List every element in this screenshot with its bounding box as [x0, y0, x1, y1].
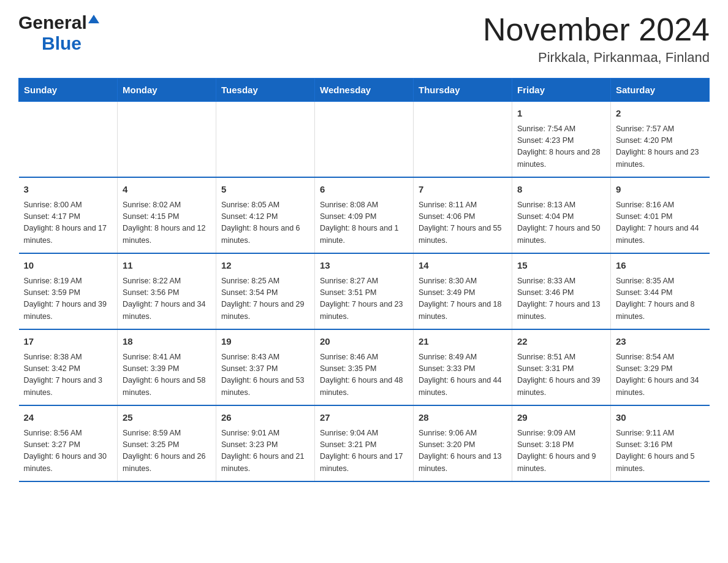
day-info: Sunrise: 8:54 AM Sunset: 3:29 PM Dayligh…: [616, 351, 705, 399]
day-info: Sunrise: 8:49 AM Sunset: 3:33 PM Dayligh…: [419, 351, 507, 399]
day-info: Sunrise: 7:57 AM Sunset: 4:20 PM Dayligh…: [616, 123, 705, 171]
day-info: Sunrise: 8:05 AM Sunset: 4:12 PM Dayligh…: [221, 199, 309, 247]
day-info: Sunrise: 8:43 AM Sunset: 3:37 PM Dayligh…: [221, 351, 309, 399]
day-info: Sunrise: 8:33 AM Sunset: 3:46 PM Dayligh…: [517, 275, 605, 323]
day-info: Sunrise: 8:41 AM Sunset: 3:39 PM Dayligh…: [123, 351, 211, 399]
day-info: Sunrise: 9:09 AM Sunset: 3:18 PM Dayligh…: [517, 427, 605, 475]
logo-general-text: General: [18, 12, 87, 33]
calendar-day-cell: [19, 102, 118, 178]
day-info: Sunrise: 8:08 AM Sunset: 4:09 PM Dayligh…: [320, 199, 408, 247]
calendar-day-cell: 27Sunrise: 9:04 AM Sunset: 3:21 PM Dayli…: [315, 405, 414, 481]
day-number: 26: [221, 411, 309, 425]
calendar-day-cell: 22Sunrise: 8:51 AM Sunset: 3:31 PM Dayli…: [512, 329, 611, 405]
calendar-day-cell: [315, 102, 414, 178]
day-number: 19: [221, 335, 309, 349]
calendar-day-cell: 5Sunrise: 8:05 AM Sunset: 4:12 PM Daylig…: [216, 177, 315, 253]
day-number: 2: [616, 107, 705, 121]
day-info: Sunrise: 8:25 AM Sunset: 3:54 PM Dayligh…: [221, 275, 309, 323]
location-subtitle: Pirkkala, Pirkanmaa, Finland: [483, 50, 710, 66]
day-info: Sunrise: 8:30 AM Sunset: 3:49 PM Dayligh…: [419, 275, 507, 323]
day-info: Sunrise: 8:22 AM Sunset: 3:56 PM Dayligh…: [123, 275, 211, 323]
month-year-title: November 2024: [483, 12, 710, 47]
day-number: 1: [517, 107, 605, 121]
calendar-table: SundayMondayTuesdayWednesdayThursdayFrid…: [18, 78, 710, 482]
calendar-week-row: 3Sunrise: 8:00 AM Sunset: 4:17 PM Daylig…: [19, 177, 710, 253]
day-info: Sunrise: 8:02 AM Sunset: 4:15 PM Dayligh…: [123, 199, 211, 247]
calendar-day-cell: 24Sunrise: 8:56 AM Sunset: 3:27 PM Dayli…: [19, 405, 118, 481]
day-number: 3: [24, 183, 113, 197]
day-number: 5: [221, 183, 309, 197]
day-number: 9: [616, 183, 705, 197]
calendar-week-row: 10Sunrise: 8:19 AM Sunset: 3:59 PM Dayli…: [19, 253, 710, 329]
calendar-day-cell: 19Sunrise: 8:43 AM Sunset: 3:37 PM Dayli…: [216, 329, 315, 405]
calendar-day-cell: 23Sunrise: 8:54 AM Sunset: 3:29 PM Dayli…: [611, 329, 710, 405]
day-info: Sunrise: 8:13 AM Sunset: 4:04 PM Dayligh…: [517, 199, 605, 247]
day-info: Sunrise: 7:54 AM Sunset: 4:23 PM Dayligh…: [517, 123, 605, 171]
day-info: Sunrise: 8:27 AM Sunset: 3:51 PM Dayligh…: [320, 275, 408, 323]
day-info: Sunrise: 8:59 AM Sunset: 3:25 PM Dayligh…: [123, 427, 211, 475]
day-info: Sunrise: 8:00 AM Sunset: 4:17 PM Dayligh…: [24, 199, 113, 247]
weekday-header-saturday: Saturday: [611, 79, 710, 102]
day-number: 13: [320, 259, 408, 273]
day-number: 6: [320, 183, 408, 197]
day-number: 30: [616, 411, 705, 425]
calendar-day-cell: 8Sunrise: 8:13 AM Sunset: 4:04 PM Daylig…: [512, 177, 611, 253]
day-info: Sunrise: 8:38 AM Sunset: 3:42 PM Dayligh…: [24, 351, 113, 399]
day-info: Sunrise: 9:11 AM Sunset: 3:16 PM Dayligh…: [616, 427, 705, 475]
calendar-day-cell: 16Sunrise: 8:35 AM Sunset: 3:44 PM Dayli…: [611, 253, 710, 329]
weekday-header-sunday: Sunday: [19, 79, 118, 102]
calendar-day-cell: 1Sunrise: 7:54 AM Sunset: 4:23 PM Daylig…: [512, 102, 611, 178]
page-header: General Blue November 2024 Pirkkala, Pir…: [18, 12, 710, 66]
day-number: 4: [123, 183, 211, 197]
calendar-day-cell: 26Sunrise: 9:01 AM Sunset: 3:23 PM Dayli…: [216, 405, 315, 481]
day-info: Sunrise: 8:51 AM Sunset: 3:31 PM Dayligh…: [517, 351, 605, 399]
day-number: 8: [517, 183, 605, 197]
calendar-day-cell: 6Sunrise: 8:08 AM Sunset: 4:09 PM Daylig…: [315, 177, 414, 253]
day-number: 22: [517, 335, 605, 349]
day-number: 18: [123, 335, 211, 349]
calendar-day-cell: 9Sunrise: 8:16 AM Sunset: 4:01 PM Daylig…: [611, 177, 710, 253]
day-number: 23: [616, 335, 705, 349]
calendar-day-cell: 14Sunrise: 8:30 AM Sunset: 3:49 PM Dayli…: [414, 253, 512, 329]
calendar-day-cell: 17Sunrise: 8:38 AM Sunset: 3:42 PM Dayli…: [19, 329, 118, 405]
calendar-day-cell: 13Sunrise: 8:27 AM Sunset: 3:51 PM Dayli…: [315, 253, 414, 329]
day-number: 25: [123, 411, 211, 425]
calendar-day-cell: 2Sunrise: 7:57 AM Sunset: 4:20 PM Daylig…: [611, 102, 710, 178]
calendar-day-cell: 10Sunrise: 8:19 AM Sunset: 3:59 PM Dayli…: [19, 253, 118, 329]
day-info: Sunrise: 8:35 AM Sunset: 3:44 PM Dayligh…: [616, 275, 705, 323]
day-info: Sunrise: 8:16 AM Sunset: 4:01 PM Dayligh…: [616, 199, 705, 247]
calendar-day-cell: 3Sunrise: 8:00 AM Sunset: 4:17 PM Daylig…: [19, 177, 118, 253]
weekday-header-thursday: Thursday: [414, 79, 512, 102]
logo-blue-text: Blue: [42, 33, 82, 53]
calendar-day-cell: 30Sunrise: 9:11 AM Sunset: 3:16 PM Dayli…: [611, 405, 710, 481]
weekday-header-wednesday: Wednesday: [315, 79, 414, 102]
calendar-day-cell: 20Sunrise: 8:46 AM Sunset: 3:35 PM Dayli…: [315, 329, 414, 405]
calendar-day-cell: 4Sunrise: 8:02 AM Sunset: 4:15 PM Daylig…: [118, 177, 216, 253]
day-number: 20: [320, 335, 408, 349]
calendar-day-cell: 12Sunrise: 8:25 AM Sunset: 3:54 PM Dayli…: [216, 253, 315, 329]
logo-triangle-icon: [88, 15, 99, 23]
day-number: 16: [616, 259, 705, 273]
title-section: November 2024 Pirkkala, Pirkanmaa, Finla…: [483, 12, 710, 66]
day-number: 12: [221, 259, 309, 273]
logo: General Blue: [18, 12, 100, 54]
calendar-day-cell: [216, 102, 315, 178]
day-info: Sunrise: 9:06 AM Sunset: 3:20 PM Dayligh…: [419, 427, 507, 475]
day-number: 24: [24, 411, 113, 425]
weekday-header-tuesday: Tuesday: [216, 79, 315, 102]
day-number: 10: [24, 259, 113, 273]
day-number: 28: [419, 411, 507, 425]
day-info: Sunrise: 8:19 AM Sunset: 3:59 PM Dayligh…: [24, 275, 113, 323]
weekday-header-row: SundayMondayTuesdayWednesdayThursdayFrid…: [19, 79, 710, 102]
calendar-day-cell: 15Sunrise: 8:33 AM Sunset: 3:46 PM Dayli…: [512, 253, 611, 329]
calendar-day-cell: 18Sunrise: 8:41 AM Sunset: 3:39 PM Dayli…: [118, 329, 216, 405]
day-number: 29: [517, 411, 605, 425]
day-number: 11: [123, 259, 211, 273]
calendar-day-cell: 25Sunrise: 8:59 AM Sunset: 3:25 PM Dayli…: [118, 405, 216, 481]
calendar-day-cell: 29Sunrise: 9:09 AM Sunset: 3:18 PM Dayli…: [512, 405, 611, 481]
day-number: 15: [517, 259, 605, 273]
weekday-header-friday: Friday: [512, 79, 611, 102]
day-info: Sunrise: 8:46 AM Sunset: 3:35 PM Dayligh…: [320, 351, 408, 399]
calendar-day-cell: [118, 102, 216, 178]
day-info: Sunrise: 8:11 AM Sunset: 4:06 PM Dayligh…: [419, 199, 507, 247]
